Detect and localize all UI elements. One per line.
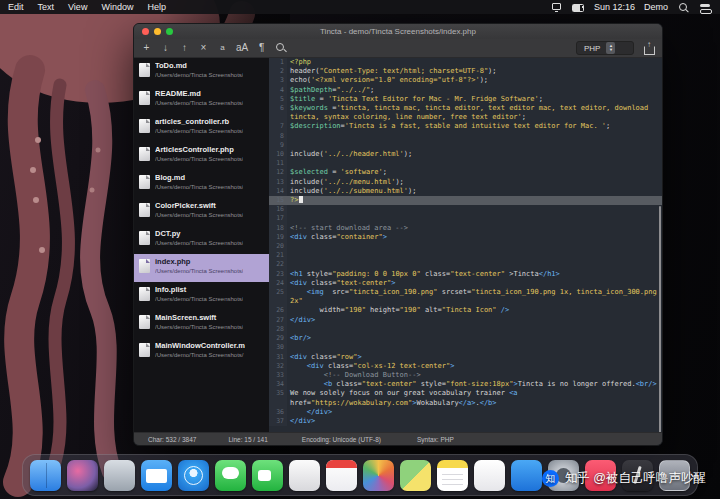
code-line[interactable]: 22 [269,260,662,269]
line-number: 13 [269,178,287,187]
menu-item-edit[interactable]: Edit [8,2,24,12]
code-line[interactable]: 31<div class="row"> [269,353,662,362]
code-line[interactable]: 19<div class="container"> [269,233,662,242]
menubar-menus: EditTextViewWindowHelp [8,2,166,12]
code-line[interactable]: 32 <div class="col-xs-12 text-center"> [269,362,662,371]
battery-icon[interactable] [572,2,585,13]
text-cursor [299,196,303,203]
menu-item-help[interactable]: Help [147,2,166,12]
dock-maps-icon[interactable] [400,460,431,491]
file-item-DCT.py[interactable]: DCT.py/Users/demo/Tincta Screenshots/ [134,226,269,254]
dock-notes-icon[interactable] [437,460,468,491]
code-line[interactable]: 12$selected = 'software'; [269,168,662,177]
code-line[interactable]: 10include('../../header.html'); [269,150,662,159]
titlebar[interactable]: Tincta - demo/Tincta Screenshots/index.p… [134,24,662,39]
code-line[interactable]: 17 [269,214,662,223]
code-line[interactable]: 35We now solely focus on our great vocab… [269,389,662,407]
code-line[interactable]: 25 <img src="tincta_icon_190.png" srcset… [269,288,662,306]
code-line[interactable]: 23<h1 style="padding: 0 0 10px 0" class=… [269,270,662,279]
code-line[interactable]: 3echo('<?xml version="1.0" encoding="utf… [269,76,662,85]
dock-photos-icon[interactable] [363,460,394,491]
file-item-articles_controller.rb[interactable]: articles_controller.rb/Users/demo/Tincta… [134,114,269,142]
close-window-button[interactable] [142,28,149,35]
code-line[interactable]: 5$title = 'Tincta Text Editor for Mac - … [269,95,662,104]
code-line[interactable]: 36 </div> [269,408,662,417]
code-line[interactable]: 26 width="190" height="190" alt="Tincta … [269,306,662,315]
code-line[interactable]: 24<div class="text-center"> [269,279,662,288]
dock-contacts-icon[interactable] [289,460,320,491]
code-line[interactable]: 20 [269,242,662,251]
document-icon [139,63,150,77]
code-line[interactable]: 30 [269,343,662,352]
code-line[interactable]: 18<!-- start download area --> [269,224,662,233]
dock-launchpad-icon[interactable] [104,460,135,491]
dock-calendar-icon[interactable] [326,460,357,491]
file-item-index.php[interactable]: index.php/Users/demo/Tincta Screenshots/ [134,254,269,282]
dock-reminders-icon[interactable] [474,460,505,491]
dock-safari-icon[interactable] [178,460,209,491]
line-number: 18 [269,224,287,233]
code-line[interactable]: 2header("Content-Type: text/html; charse… [269,67,662,76]
file-item-Info.plist[interactable]: Info.plist/Users/demo/Tincta Screenshots… [134,282,269,310]
code-line[interactable]: 7$description='Tincta is a fast, stable … [269,122,662,131]
file-path: /Users/demo/Tincta Screenshots/ [155,352,245,360]
menu-item-window[interactable]: Window [101,2,133,12]
screen-mirroring-icon[interactable] [550,2,563,13]
file-item-Blog.md[interactable]: Blog.md/Users/demo/Tincta Screenshots/ [134,170,269,198]
menu-item-text[interactable]: Text [38,2,55,12]
code-editor[interactable]: 1<?php2header("Content-Type: text/html; … [269,58,662,432]
decrease-font-button[interactable]: a [217,41,228,55]
code-line[interactable]: 11 [269,159,662,168]
line-number: 37 [269,417,287,426]
menubar-user[interactable]: Demo [644,2,668,12]
line-number: 29 [269,334,287,343]
code-line[interactable]: 28 [269,325,662,334]
share-button[interactable] [642,41,655,55]
code-line[interactable]: 13include('../../menu.html'); [269,178,662,187]
code-line[interactable]: 4$pathDepth="../../"; [269,86,662,95]
code-line[interactable]: 16 [269,205,662,214]
code-line[interactable]: 1<?php [269,58,662,67]
save-file-button[interactable]: ↑ [179,41,190,55]
code-line[interactable]: 34 <b class="text-center" style="font-si… [269,380,662,389]
code-line[interactable]: 21 [269,251,662,260]
menubar-clock[interactable]: Sun 12:16 [594,2,635,12]
code-line[interactable]: 37</div> [269,417,662,426]
dock-app-store-icon[interactable] [511,460,542,491]
file-item-ArticlesController.php[interactable]: ArticlesController.php/Users/demo/Tincta… [134,142,269,170]
control-center-icon[interactable] [699,2,712,13]
search-button[interactable] [275,41,288,55]
file-item-MainWindowController.m[interactable]: MainWindowController.m/Users/demo/Tincta… [134,338,269,366]
dock-siri-icon[interactable] [67,460,98,491]
minimize-window-button[interactable] [154,28,161,35]
code-line[interactable]: 9 [269,141,662,150]
syntax-select[interactable]: PHP ▲▼ [576,41,634,55]
file-item-ToDo.md[interactable]: ToDo.md/Users/demo/Tincta Screenshots/ [134,58,269,86]
file-path: /Users/demo/Tincta Screenshots/ [155,240,243,248]
font-size-button[interactable]: aA [236,41,248,55]
new-file-button[interactable]: + [141,41,152,55]
open-file-button[interactable]: ↓ [160,41,171,55]
dock-mail-icon[interactable] [141,460,172,491]
menu-item-view[interactable]: View [68,2,87,12]
dock-messages-icon[interactable] [215,460,246,491]
dock-finder-icon[interactable] [30,460,61,491]
show-invisibles-button[interactable]: ¶ [256,41,267,55]
code-line[interactable]: 27</div> [269,316,662,325]
code-line[interactable]: 15?> [269,196,662,205]
menubar-status: Sun 12:16 Demo [550,2,712,13]
code-line[interactable]: 33 <!-- Download Button--> [269,371,662,380]
line-number: 34 [269,380,287,389]
file-item-ColorPicker.swift[interactable]: ColorPicker.swift/Users/demo/Tincta Scre… [134,198,269,226]
close-file-button[interactable]: × [198,41,209,55]
code-line[interactable]: 29<br/> [269,334,662,343]
file-item-MainScreen.swift[interactable]: MainScreen.swift/Users/demo/Tincta Scree… [134,310,269,338]
file-item-README.md[interactable]: README.md/Users/demo/Tincta Screenshots/ [134,86,269,114]
dock-facetime-icon[interactable] [252,460,283,491]
code-line[interactable]: 14include('../../submenu.html'); [269,187,662,196]
spotlight-icon[interactable] [677,2,690,13]
code-line[interactable]: 8 [269,132,662,141]
zoom-window-button[interactable] [166,28,173,35]
editor-scrollbar[interactable] [659,206,661,432]
code-line[interactable]: 6$keywords ='tincta, tincta mac, tincta … [269,104,662,122]
